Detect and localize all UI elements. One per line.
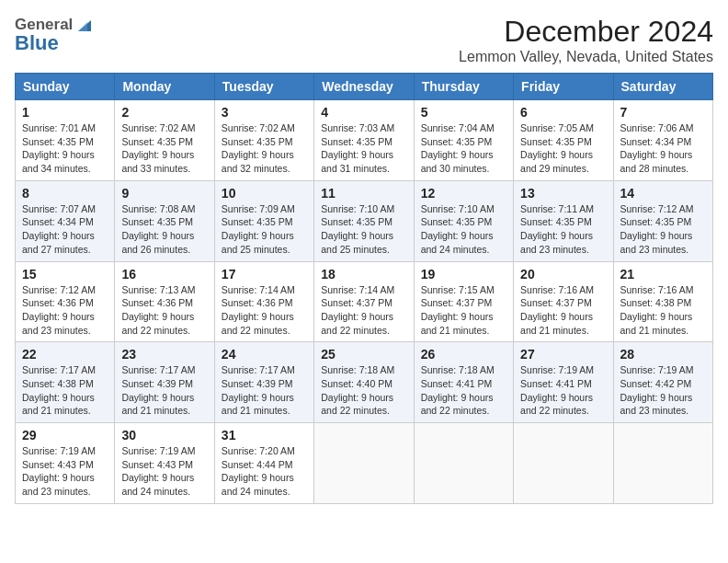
day-number: 9 bbox=[121, 186, 207, 201]
calendar-cell: 25Sunrise: 7:18 AMSunset: 4:40 PMDayligh… bbox=[314, 342, 414, 423]
calendar-cell: 2Sunrise: 7:02 AMSunset: 4:35 PMDaylight… bbox=[115, 100, 214, 181]
cell-text: Sunrise: 7:14 AMSunset: 4:36 PMDaylight:… bbox=[222, 283, 307, 338]
calendar: SundayMondayTuesdayWednesdayThursdayFrid… bbox=[15, 73, 713, 504]
day-number: 14 bbox=[620, 186, 706, 201]
logo: General Blue bbox=[15, 15, 95, 55]
cell-text: Sunrise: 7:07 AMSunset: 4:34 PMDaylight:… bbox=[22, 202, 108, 257]
calendar-cell: 11Sunrise: 7:10 AMSunset: 4:35 PMDayligh… bbox=[314, 180, 414, 261]
calendar-cell: 19Sunrise: 7:15 AMSunset: 4:37 PMDayligh… bbox=[414, 261, 513, 342]
calendar-cell: 20Sunrise: 7:16 AMSunset: 4:37 PMDayligh… bbox=[514, 261, 613, 342]
cell-text: Sunrise: 7:19 AMSunset: 4:43 PMDaylight:… bbox=[121, 444, 207, 499]
calendar-cell: 16Sunrise: 7:13 AMSunset: 4:36 PMDayligh… bbox=[115, 261, 214, 342]
day-number: 4 bbox=[321, 105, 406, 120]
cell-text: Sunrise: 7:14 AMSunset: 4:37 PMDaylight:… bbox=[321, 283, 406, 338]
day-number: 27 bbox=[520, 347, 606, 362]
calendar-cell: 12Sunrise: 7:10 AMSunset: 4:35 PMDayligh… bbox=[414, 180, 513, 261]
cell-text: Sunrise: 7:01 AMSunset: 4:35 PMDaylight:… bbox=[22, 121, 108, 176]
cell-text: Sunrise: 7:05 AMSunset: 4:35 PMDaylight:… bbox=[520, 121, 606, 176]
calendar-cell: 17Sunrise: 7:14 AMSunset: 4:36 PMDayligh… bbox=[214, 261, 313, 342]
day-number: 13 bbox=[520, 186, 606, 201]
calendar-cell: 23Sunrise: 7:17 AMSunset: 4:39 PMDayligh… bbox=[115, 342, 214, 423]
column-header-saturday: Saturday bbox=[613, 74, 712, 100]
day-number: 7 bbox=[620, 105, 706, 120]
calendar-cell: 13Sunrise: 7:11 AMSunset: 4:35 PMDayligh… bbox=[514, 180, 613, 261]
cell-text: Sunrise: 7:02 AMSunset: 4:35 PMDaylight:… bbox=[222, 121, 307, 176]
cell-text: Sunrise: 7:04 AMSunset: 4:35 PMDaylight:… bbox=[421, 121, 506, 176]
calendar-cell: 1Sunrise: 7:01 AMSunset: 4:35 PMDaylight… bbox=[16, 100, 115, 181]
calendar-cell: 7Sunrise: 7:06 AMSunset: 4:34 PMDaylight… bbox=[613, 100, 712, 181]
cell-text: Sunrise: 7:18 AMSunset: 4:40 PMDaylight:… bbox=[321, 363, 406, 418]
calendar-cell: 15Sunrise: 7:12 AMSunset: 4:36 PMDayligh… bbox=[16, 261, 115, 342]
day-number: 16 bbox=[121, 267, 207, 282]
column-header-monday: Monday bbox=[115, 74, 214, 100]
logo-blue-text: Blue bbox=[15, 31, 95, 55]
day-number: 19 bbox=[421, 267, 506, 282]
calendar-cell bbox=[514, 423, 613, 504]
day-number: 10 bbox=[222, 186, 307, 201]
calendar-cell: 3Sunrise: 7:02 AMSunset: 4:35 PMDaylight… bbox=[214, 100, 313, 181]
calendar-cell: 6Sunrise: 7:05 AMSunset: 4:35 PMDaylight… bbox=[514, 100, 613, 181]
calendar-cell: 8Sunrise: 7:07 AMSunset: 4:34 PMDaylight… bbox=[16, 180, 115, 261]
day-number: 17 bbox=[222, 267, 307, 282]
header: General Blue December 2024 Lemmon Valley… bbox=[15, 15, 713, 65]
day-number: 18 bbox=[321, 267, 406, 282]
day-number: 29 bbox=[22, 428, 108, 442]
calendar-cell: 29Sunrise: 7:19 AMSunset: 4:43 PMDayligh… bbox=[16, 423, 115, 504]
calendar-cell: 28Sunrise: 7:19 AMSunset: 4:42 PMDayligh… bbox=[613, 342, 712, 423]
calendar-cell: 24Sunrise: 7:17 AMSunset: 4:39 PMDayligh… bbox=[214, 342, 313, 423]
column-header-sunday: Sunday bbox=[16, 74, 115, 100]
cell-text: Sunrise: 7:15 AMSunset: 4:37 PMDaylight:… bbox=[421, 283, 506, 338]
cell-text: Sunrise: 7:10 AMSunset: 4:35 PMDaylight:… bbox=[421, 202, 506, 257]
calendar-cell: 31Sunrise: 7:20 AMSunset: 4:44 PMDayligh… bbox=[214, 423, 313, 504]
day-number: 21 bbox=[620, 267, 706, 282]
week-row-1: 1Sunrise: 7:01 AMSunset: 4:35 PMDaylight… bbox=[16, 100, 713, 181]
day-number: 31 bbox=[222, 428, 307, 442]
day-number: 24 bbox=[222, 347, 307, 362]
day-number: 12 bbox=[421, 186, 506, 201]
cell-text: Sunrise: 7:03 AMSunset: 4:35 PMDaylight:… bbox=[321, 121, 406, 176]
day-number: 23 bbox=[121, 347, 207, 362]
calendar-cell: 27Sunrise: 7:19 AMSunset: 4:41 PMDayligh… bbox=[514, 342, 613, 423]
day-number: 6 bbox=[520, 105, 606, 120]
cell-text: Sunrise: 7:06 AMSunset: 4:34 PMDaylight:… bbox=[620, 121, 706, 176]
day-number: 5 bbox=[421, 105, 506, 120]
cell-text: Sunrise: 7:16 AMSunset: 4:37 PMDaylight:… bbox=[520, 283, 606, 338]
cell-text: Sunrise: 7:19 AMSunset: 4:42 PMDaylight:… bbox=[620, 363, 706, 418]
cell-text: Sunrise: 7:19 AMSunset: 4:43 PMDaylight:… bbox=[22, 444, 108, 499]
cell-text: Sunrise: 7:16 AMSunset: 4:38 PMDaylight:… bbox=[620, 283, 706, 338]
calendar-cell: 9Sunrise: 7:08 AMSunset: 4:35 PMDaylight… bbox=[115, 180, 214, 261]
calendar-cell: 30Sunrise: 7:19 AMSunset: 4:43 PMDayligh… bbox=[115, 423, 214, 504]
cell-text: Sunrise: 7:12 AMSunset: 4:36 PMDaylight:… bbox=[22, 283, 108, 338]
month-title: December 2024 bbox=[459, 15, 713, 49]
title-area: December 2024 Lemmon Valley, Nevada, Uni… bbox=[459, 15, 713, 65]
cell-text: Sunrise: 7:17 AMSunset: 4:39 PMDaylight:… bbox=[121, 363, 207, 418]
location: Lemmon Valley, Nevada, United States bbox=[459, 49, 713, 65]
column-headers: SundayMondayTuesdayWednesdayThursdayFrid… bbox=[16, 74, 713, 100]
cell-text: Sunrise: 7:09 AMSunset: 4:35 PMDaylight:… bbox=[222, 202, 307, 257]
day-number: 28 bbox=[620, 347, 706, 362]
calendar-cell: 18Sunrise: 7:14 AMSunset: 4:37 PMDayligh… bbox=[314, 261, 414, 342]
cell-text: Sunrise: 7:08 AMSunset: 4:35 PMDaylight:… bbox=[121, 202, 207, 257]
day-number: 11 bbox=[321, 186, 406, 201]
day-number: 30 bbox=[121, 428, 207, 442]
calendar-cell: 22Sunrise: 7:17 AMSunset: 4:38 PMDayligh… bbox=[16, 342, 115, 423]
week-row-2: 8Sunrise: 7:07 AMSunset: 4:34 PMDaylight… bbox=[16, 180, 713, 261]
calendar-cell: 10Sunrise: 7:09 AMSunset: 4:35 PMDayligh… bbox=[214, 180, 313, 261]
cell-text: Sunrise: 7:10 AMSunset: 4:35 PMDaylight:… bbox=[321, 202, 406, 257]
day-number: 2 bbox=[121, 105, 207, 120]
cell-text: Sunrise: 7:12 AMSunset: 4:35 PMDaylight:… bbox=[620, 202, 706, 257]
calendar-cell: 4Sunrise: 7:03 AMSunset: 4:35 PMDaylight… bbox=[314, 100, 414, 181]
calendar-cell bbox=[613, 423, 712, 504]
column-header-thursday: Thursday bbox=[414, 74, 513, 100]
cell-text: Sunrise: 7:11 AMSunset: 4:35 PMDaylight:… bbox=[520, 202, 606, 257]
calendar-cell: 21Sunrise: 7:16 AMSunset: 4:38 PMDayligh… bbox=[613, 261, 712, 342]
day-number: 25 bbox=[321, 347, 406, 362]
day-number: 8 bbox=[22, 186, 108, 201]
svg-marker-1 bbox=[78, 22, 87, 31]
week-row-5: 29Sunrise: 7:19 AMSunset: 4:43 PMDayligh… bbox=[16, 423, 713, 504]
day-number: 15 bbox=[22, 267, 108, 282]
calendar-cell: 14Sunrise: 7:12 AMSunset: 4:35 PMDayligh… bbox=[613, 180, 712, 261]
calendar-cell: 26Sunrise: 7:18 AMSunset: 4:41 PMDayligh… bbox=[414, 342, 513, 423]
cell-text: Sunrise: 7:17 AMSunset: 4:39 PMDaylight:… bbox=[222, 363, 307, 418]
day-number: 1 bbox=[22, 105, 108, 120]
